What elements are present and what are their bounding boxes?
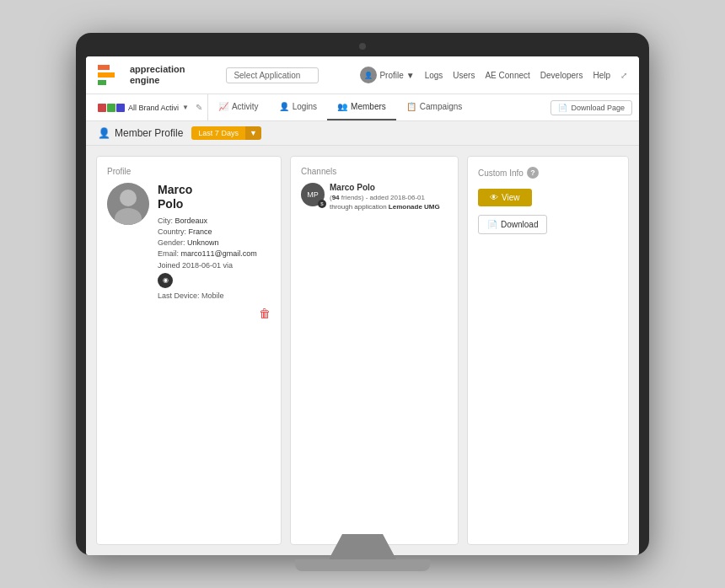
- channels-card: Channels MP $ Marco Polo (94 friends) - …: [290, 156, 459, 545]
- profile-content: MarcoPolo City: Bordeaux Country: France…: [107, 183, 271, 300]
- profile-city: City: Bordeaux: [158, 216, 271, 225]
- application-select[interactable]: Select Application: [226, 67, 319, 83]
- developers-nav-item[interactable]: Developers: [540, 71, 583, 80]
- help-icon[interactable]: ?: [527, 167, 539, 179]
- secondary-nav: All Brand Activi ▼ ✎ 📈 Activity 👤 Logins…: [86, 94, 639, 121]
- channel-meta: (94 friends) - added 2018-06-01: [330, 194, 448, 201]
- monitor-stand-neck: [329, 534, 396, 559]
- profile-icon-row: ◉: [158, 273, 271, 288]
- channel-info: Marco Polo (94 friends) - added 2018-06-…: [330, 183, 448, 211]
- profile-country: Country: France: [158, 227, 271, 236]
- download-icon: 📄: [558, 104, 567, 112]
- download-page-button[interactable]: 📄 Download Page: [550, 100, 632, 115]
- logo-text: appreciationengine: [130, 64, 185, 86]
- profile-joined: Joined 2018-06-01 via: [158, 261, 271, 270]
- monitor: appreciationengine Select Application 👤 …: [76, 33, 649, 555]
- channel-avatar: MP $: [301, 183, 325, 206]
- svg-point-1: [120, 190, 137, 206]
- profile-name: MarcoPolo: [158, 183, 271, 211]
- campaigns-icon: 📋: [406, 102, 416, 111]
- app-badge-icon: ◉: [158, 273, 173, 288]
- monitor-screen: appreciationengine Select Application 👤 …: [86, 56, 639, 555]
- expand-icon[interactable]: ⤢: [620, 71, 627, 80]
- main-content: Profile MarcoPolo City: Bordeaux Country…: [86, 146, 639, 555]
- brand-thumbnails: [98, 104, 125, 112]
- ae-connect-nav-item[interactable]: AE Connect: [485, 71, 529, 80]
- users-nav-item[interactable]: Users: [453, 71, 475, 80]
- custom-info-card: Custom Info ? 👁 View 📄 Download: [467, 156, 629, 545]
- avatar: 👤: [360, 67, 377, 83]
- tab-logins[interactable]: 👤 Logins: [269, 94, 327, 120]
- profile-section-label: Profile: [107, 167, 271, 176]
- header-nav: 👤 Profile ▼ Logs Users AE Connect Develo…: [360, 67, 627, 83]
- eye-icon: 👁: [490, 193, 498, 202]
- custom-info-title: Custom Info ?: [478, 167, 618, 179]
- page-header: 👤 Member Profile Last 7 Days ▼: [86, 121, 639, 146]
- brand-caret: ▼: [182, 104, 189, 111]
- nav-tabs: 📈 Activity 👤 Logins 👥 Members 📋 Campaign…: [208, 94, 551, 120]
- member-icon: 👤: [98, 127, 110, 139]
- channel-item: MP $ Marco Polo (94 friends) - added 201…: [301, 183, 448, 211]
- brand-thumb-1: [98, 104, 106, 112]
- brand-edit-icon[interactable]: ✎: [196, 103, 202, 112]
- brand-thumb-3: [116, 104, 125, 112]
- help-nav-item[interactable]: Help: [593, 71, 610, 80]
- logo-icon: [98, 61, 125, 88]
- delete-button[interactable]: 🗑: [107, 307, 271, 320]
- brand-thumb-2: [107, 104, 115, 112]
- date-range-control: Last 7 Days ▼: [191, 126, 260, 140]
- channel-badge-icon: $: [318, 200, 326, 208]
- channels-section-label: Channels: [301, 167, 448, 176]
- download-file-icon: 📄: [487, 220, 497, 229]
- profile-gender: Gender: Unknown: [158, 238, 271, 247]
- profile-details: MarcoPolo City: Bordeaux Country: France…: [158, 183, 271, 300]
- logs-nav-item[interactable]: Logs: [425, 71, 443, 80]
- brand-label: All Brand Activi: [128, 104, 179, 112]
- channel-name: Marco Polo: [330, 183, 448, 192]
- tab-members[interactable]: 👥 Members: [327, 94, 396, 120]
- monitor-camera: [359, 43, 366, 50]
- profile-avatar: [107, 183, 149, 225]
- channel-app: through application Lemonade UMG: [330, 203, 448, 211]
- activity-icon: 📈: [218, 102, 228, 111]
- members-icon: 👥: [337, 102, 347, 111]
- tab-activity[interactable]: 📈 Activity: [208, 94, 269, 120]
- monitor-stand-base: [295, 559, 430, 571]
- download-button[interactable]: 📄 Download: [478, 215, 547, 234]
- date-range-button[interactable]: Last 7 Days: [191, 126, 245, 140]
- logo-area: appreciationengine: [98, 61, 185, 88]
- app-header: appreciationengine Select Application 👤 …: [86, 56, 639, 94]
- profile-nav-item[interactable]: 👤 Profile ▼: [360, 67, 414, 83]
- page-title: 👤 Member Profile: [98, 127, 183, 139]
- view-button[interactable]: 👁 View: [478, 189, 532, 206]
- logins-icon: 👤: [279, 102, 289, 111]
- date-range-dropdown-button[interactable]: ▼: [245, 126, 261, 140]
- brand-selector[interactable]: All Brand Activi ▼ ✎: [93, 94, 208, 120]
- tab-campaigns[interactable]: 📋 Campaigns: [396, 94, 473, 120]
- profile-email: Email: marco111@gmail.com: [158, 249, 271, 258]
- last-device: Last Device: Mobile: [158, 291, 271, 300]
- profile-card: Profile MarcoPolo City: Bordeaux Country…: [96, 156, 282, 545]
